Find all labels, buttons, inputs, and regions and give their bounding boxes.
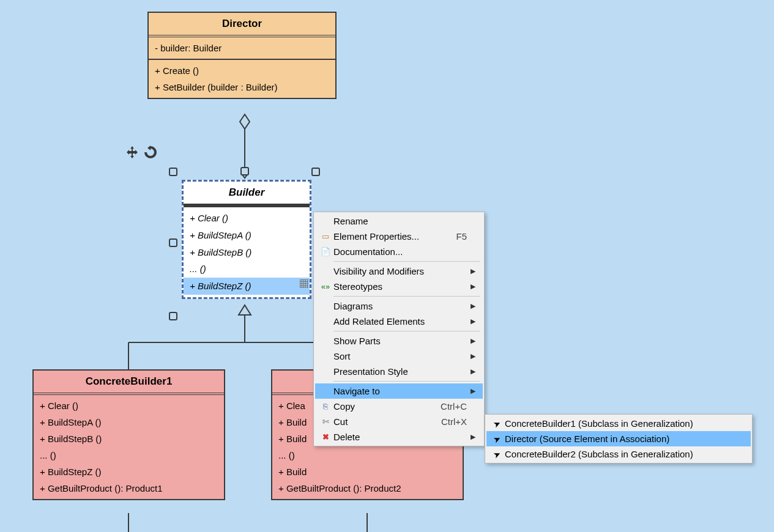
operation-row[interactable]: + Create () — [155, 62, 329, 79]
menu-item-navigate-to[interactable]: Navigate to▶ — [315, 383, 483, 399]
submenu-label: ConcreteBuilder2 (Subclass in Generaliza… — [505, 449, 746, 459]
menu-item-sort[interactable]: Sort▶ — [315, 349, 483, 364]
submenu-arrow-icon: ▶ — [471, 352, 478, 360]
move-icon[interactable] — [125, 146, 139, 159]
operation-row[interactable]: + BuildStepB () — [190, 247, 251, 257]
svg-marker-2 — [147, 146, 151, 150]
menu-item-rename[interactable]: Rename — [315, 213, 483, 229]
menu-item-documentation[interactable]: 📄Documentation... — [315, 244, 483, 259]
class-title: Builder — [184, 182, 310, 207]
selection-handle[interactable] — [169, 238, 177, 247]
submenu-label: Director (Source Element in Association) — [505, 434, 746, 444]
operation-row[interactable]: + SetBuilder (builder : Builder) — [155, 79, 329, 95]
rotate-icon[interactable] — [144, 146, 157, 159]
operation-row[interactable]: + BuildStepB () — [40, 430, 218, 447]
operation-row[interactable]: + GetBuiltProduct (): Product2 — [278, 480, 456, 497]
menu-label: Documentation... — [333, 246, 467, 257]
submenu-label: ConcreteBuilder1 (Subclass in Generaliza… — [505, 418, 746, 429]
class-title: Director — [149, 13, 335, 37]
class-title: ConcreteBuilder1 — [34, 371, 224, 395]
props-icon: ▭ — [318, 232, 333, 241]
submenu-arrow-icon: ▶ — [471, 302, 478, 310]
class-builder[interactable]: Builder + Clear () + BuildStepA () + Bui… — [182, 180, 311, 299]
svg-marker-0 — [240, 114, 250, 129]
submenu-arrow-icon: ▶ — [471, 283, 478, 290]
context-menu: Rename▭Element Properties...F5📄Documenta… — [313, 212, 485, 446]
submenu-item[interactable]: ➤ConcreteBuilder1 (Subclass in Generaliz… — [486, 416, 751, 431]
menu-separator — [333, 261, 480, 262]
cursor-icon: ➤ — [489, 434, 505, 444]
cut-icon: ✄ — [318, 417, 333, 426]
move-rotate-toolbar — [125, 146, 157, 159]
attributes-section: - builder: Builder — [149, 37, 335, 60]
operation-row[interactable]: ... () — [40, 447, 218, 464]
stereo-icon: «» — [318, 282, 333, 291]
submenu-item[interactable]: ➤Director (Source Element in Association… — [486, 431, 751, 446]
menu-separator — [333, 331, 480, 331]
operation-row[interactable]: + Clear () — [40, 397, 218, 414]
selection-handle[interactable] — [240, 167, 249, 175]
navigate-submenu: ➤ConcreteBuilder1 (Subclass in Generaliz… — [485, 414, 753, 464]
menu-label: Copy — [333, 401, 441, 412]
operation-row[interactable]: + BuildStepZ () — [40, 464, 218, 480]
attribute-row[interactable]: - builder: Builder — [155, 40, 329, 56]
operations-section: + Clear () + BuildStepA () + BuildStepB … — [34, 395, 224, 499]
svg-marker-3 — [239, 305, 251, 315]
menu-label: Delete — [333, 432, 467, 442]
selection-handle[interactable] — [169, 312, 177, 320]
menu-shortcut: Ctrl+C — [441, 401, 471, 412]
operations-section: + Create () + SetBuilder (builder : Buil… — [149, 60, 335, 98]
operation-row[interactable]: + GetBuiltProduct (): Product1 — [40, 480, 218, 497]
menu-item-show-parts[interactable]: Show Parts▶ — [315, 333, 483, 349]
menu-item-copy[interactable]: ⎘CopyCtrl+C — [315, 399, 483, 414]
menu-label: Cut — [333, 416, 441, 427]
submenu-arrow-icon: ▶ — [471, 368, 478, 375]
menu-item-stereotypes[interactable]: «»Stereotypes▶ — [315, 279, 483, 294]
operation-row[interactable]: + BuildStepA () — [40, 414, 218, 430]
class-concretebuilder1[interactable]: ConcreteBuilder1 + Clear () + BuildStepA… — [32, 369, 225, 500]
menu-shortcut: Ctrl+X — [441, 416, 471, 427]
operation-row[interactable]: + BuildStepA () — [190, 230, 251, 240]
cursor-icon: ➤ — [489, 449, 505, 459]
operation-label: + BuildStepZ () — [190, 281, 251, 291]
menu-item-delete[interactable]: ✖Delete▶ — [315, 429, 483, 445]
menu-item-presentation-style[interactable]: Presentation Style▶ — [315, 364, 483, 379]
class-director[interactable]: Director - builder: Builder + Create () … — [147, 12, 337, 99]
submenu-item[interactable]: ➤ConcreteBuilder2 (Subclass in Generaliz… — [486, 446, 751, 462]
operation-row[interactable]: ... () — [278, 447, 456, 464]
submenu-arrow-icon: ▶ — [471, 267, 478, 275]
menu-label: Rename — [333, 216, 467, 226]
menu-label: Diagrams — [333, 301, 467, 311]
doc-icon: 📄 — [318, 247, 333, 256]
menu-item-add-related-elements[interactable]: Add Related Elements▶ — [315, 314, 483, 329]
submenu-arrow-icon: ▶ — [471, 433, 478, 441]
submenu-arrow-icon: ▶ — [471, 387, 478, 395]
operation-row[interactable]: ... () — [190, 264, 206, 274]
menu-label: Show Parts — [333, 336, 467, 346]
menu-label: Sort — [333, 351, 467, 361]
menu-item-visibility-and-modifiers[interactable]: Visibility and Modifiers▶ — [315, 264, 483, 279]
menu-shortcut: F5 — [456, 231, 471, 242]
menu-label: Element Properties... — [333, 231, 456, 242]
cursor-icon: ➤ — [489, 419, 505, 429]
operation-row[interactable]: + Clear () — [190, 213, 228, 223]
menu-label: Navigate to — [333, 386, 467, 396]
operation-row[interactable]: + Build — [278, 464, 456, 480]
menu-separator — [333, 381, 480, 382]
operations-section: + Clear () + BuildStepA () + BuildStepB … — [184, 207, 310, 297]
copy-icon: ⎘ — [318, 402, 333, 411]
menu-item-element-properties[interactable]: ▭Element Properties...F5 — [315, 229, 483, 244]
menu-label: Presentation Style — [333, 366, 467, 377]
submenu-arrow-icon: ▶ — [471, 317, 478, 325]
menu-item-cut[interactable]: ✄CutCtrl+X — [315, 414, 483, 429]
submenu-arrow-icon: ▶ — [471, 337, 478, 345]
operation-row-selected[interactable]: + BuildStepZ () — [184, 278, 310, 295]
menu-separator — [333, 296, 480, 297]
menu-label: Add Related Elements — [333, 316, 467, 327]
menu-label: Visibility and Modifiers — [333, 266, 467, 276]
del-icon: ✖ — [318, 432, 333, 441]
selection-handle[interactable] — [169, 168, 177, 176]
menu-item-diagrams[interactable]: Diagrams▶ — [315, 298, 483, 314]
selection-handle[interactable] — [311, 168, 320, 176]
grip-icon[interactable] — [300, 279, 308, 288]
